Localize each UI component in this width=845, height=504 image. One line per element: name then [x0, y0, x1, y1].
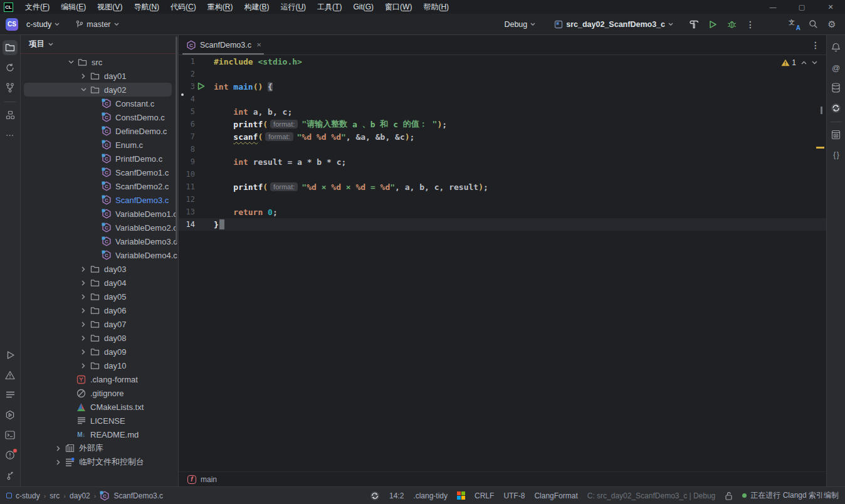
tree-item-definedemo-c[interactable]: CDefineDemo.c [21, 124, 178, 138]
tree-arrow-icon[interactable] [77, 308, 90, 313]
menu-item-run[interactable]: 运行(U) [275, 0, 312, 14]
gutter-line-3[interactable]: 3 [179, 80, 209, 93]
tree-item-day03[interactable]: day03 [21, 262, 178, 276]
tree-item-license[interactable]: LICENSE [21, 414, 178, 428]
gutter-line-5[interactable]: 5 [179, 105, 209, 118]
code-line-3[interactable]: 3int main() { [179, 80, 826, 93]
build-button[interactable] [686, 16, 702, 33]
tree-item-gitignore[interactable]: .gitignore [21, 386, 178, 400]
todo-tool-button[interactable] [3, 387, 18, 402]
menu-item-code[interactable]: 代码(C) [165, 0, 202, 14]
gutter-line-13[interactable]: 13 [179, 206, 209, 218]
status-breadcrumb-day02[interactable]: day02 [70, 491, 90, 500]
tree-item-day10[interactable]: day10 [21, 359, 178, 372]
clangd-status-icon[interactable] [370, 491, 380, 501]
search-everywhere-button[interactable] [805, 16, 821, 33]
gutter-line-12[interactable]: 12 [179, 193, 209, 206]
tree-item-day06[interactable]: day06 [21, 303, 178, 317]
menu-item-view[interactable]: 视图(V) [92, 0, 128, 14]
clang-tidy-widget[interactable]: .clang-tidy [413, 491, 448, 500]
status-breadcrumb-c-study[interactable]: c-study [6, 491, 40, 500]
tree-arrow-icon[interactable] [52, 446, 65, 451]
project-widget[interactable]: c-study [23, 18, 63, 31]
tree-item-scanfdemo1-c[interactable]: CScanfDemo1.c [21, 165, 178, 179]
project-panel-header[interactable]: 项目 [21, 35, 178, 54]
lock-widget[interactable] [725, 491, 733, 500]
menu-item-build[interactable]: 构建(B) [238, 0, 275, 14]
gutter-line-9[interactable]: 9 [179, 155, 209, 168]
tree-arrow-icon[interactable] [77, 349, 90, 355]
encoding-widget[interactable]: UTF-8 [503, 491, 525, 500]
clangd-button[interactable] [829, 100, 844, 115]
menu-item-tools[interactable]: 工具(T) [312, 0, 347, 14]
structure-tool-button[interactable] [3, 107, 18, 122]
tree-item-printfdemo-c[interactable]: CPrintfDemo.c [21, 152, 178, 165]
toolchain-widget[interactable] [457, 491, 465, 500]
run-button[interactable] [705, 16, 721, 33]
code-line-14[interactable]: 14} [179, 218, 826, 231]
tree-item-day09[interactable]: day09 [21, 345, 178, 359]
line-ending-widget[interactable]: CRLF [475, 491, 494, 500]
breadcrumb-function[interactable]: main [201, 475, 217, 484]
code-line-10[interactable]: 10 [179, 168, 826, 181]
status-breadcrumb-src[interactable]: src [50, 491, 60, 500]
settings-button[interactable]: ⚙ [824, 16, 840, 33]
tree-item-variabledemo3-c[interactable]: CVariableDemo3.c [21, 234, 178, 248]
tab-options-button[interactable]: ⋮ [811, 40, 820, 50]
menu-item-navigate[interactable]: 导航(N) [128, 0, 165, 14]
tab-close-icon[interactable]: ✕ [256, 41, 261, 48]
gutter-line-14[interactable]: 14 [179, 218, 209, 231]
tree-arrow-icon[interactable] [77, 335, 90, 341]
gutter-line-7[interactable]: 7 [179, 130, 209, 143]
run-configuration-selector[interactable]: src_day02_ScanfDemo3_c [550, 18, 677, 31]
services-tool-button[interactable] [3, 407, 18, 423]
tree-arrow-icon[interactable] [77, 88, 90, 92]
tree-arrow-icon[interactable] [77, 363, 90, 369]
more-actions-button[interactable]: ⋮ [742, 16, 758, 33]
git-tool-button[interactable] [3, 80, 18, 95]
tree-arrow-icon[interactable] [77, 294, 90, 300]
structure-braces-button[interactable]: { } [829, 147, 844, 162]
status-breadcrumb-ScanfDemo3.c[interactable]: CScanfDemo3.c [100, 491, 163, 501]
more-tools-button[interactable]: ⋯ [3, 127, 18, 142]
run-gutter-icon[interactable] [197, 82, 205, 90]
documentation-button[interactable] [829, 127, 844, 142]
tree-arrow-icon[interactable] [77, 280, 90, 286]
tree-item-readme[interactable]: M↓README.md [21, 428, 178, 441]
problems-tool-button[interactable] [3, 367, 18, 382]
code-line-5[interactable]: 5 int a, b, c; [179, 105, 826, 118]
tree-item-day05[interactable]: day05 [21, 290, 178, 303]
run-tool-button[interactable] [3, 347, 18, 362]
gutter-line-4[interactable]: 4 [179, 93, 209, 105]
tree-item-day02[interactable]: day02 [21, 83, 178, 97]
caret-position[interactable]: 14:2 [389, 491, 404, 500]
indexing-status[interactable]: 正在进行 Clangd 索引编制 [742, 490, 839, 501]
commit-tool-button[interactable] [3, 60, 18, 75]
tab-scanfdemo3[interactable]: C ScanfDemo3.c ✕ [179, 35, 268, 55]
debug-button[interactable] [723, 16, 740, 33]
code-editor[interactable]: 1 1#include <stdio.h>23int main() {45 in… [179, 55, 826, 471]
run-mode-selector[interactable]: Debug [500, 18, 539, 31]
git-branch-widget[interactable]: master [72, 18, 122, 31]
menu-item-file[interactable]: 文件(F) [19, 0, 55, 14]
tree-item-clang-format[interactable]: .clang-format [21, 372, 178, 386]
menu-item-edit[interactable]: 编辑(E) [55, 0, 92, 14]
formatter-widget[interactable]: ClangFormat [534, 491, 577, 500]
tree-arrow-icon[interactable] [77, 266, 90, 272]
notifications-tool-button[interactable] [3, 448, 18, 463]
gutter-line-8[interactable]: 8 [179, 143, 209, 155]
tree-arrow-icon[interactable] [77, 73, 90, 79]
version-control-tool-button[interactable] [3, 468, 18, 483]
menu-item-git[interactable]: Git(G) [347, 0, 379, 14]
tree-item-day01[interactable]: day01 [21, 69, 178, 83]
code-line-9[interactable]: 9 int result = a * b * c; [179, 155, 826, 168]
tree-item-scanfdemo2-c[interactable]: CScanfDemo2.c [21, 179, 178, 193]
tree-arrow-icon[interactable] [52, 459, 65, 465]
tree-item-scanfdemo3-c[interactable]: CScanfDemo3.c [21, 193, 178, 207]
tree-item-day08[interactable]: day08 [21, 331, 178, 345]
database-button[interactable] [829, 80, 844, 95]
code-line-1[interactable]: 1#include <stdio.h> [179, 55, 826, 68]
tree-item-day04[interactable]: day04 [21, 276, 178, 290]
ai-assistant-button[interactable]: @ [829, 60, 844, 75]
menu-item-refactor[interactable]: 重构(R) [202, 0, 239, 14]
